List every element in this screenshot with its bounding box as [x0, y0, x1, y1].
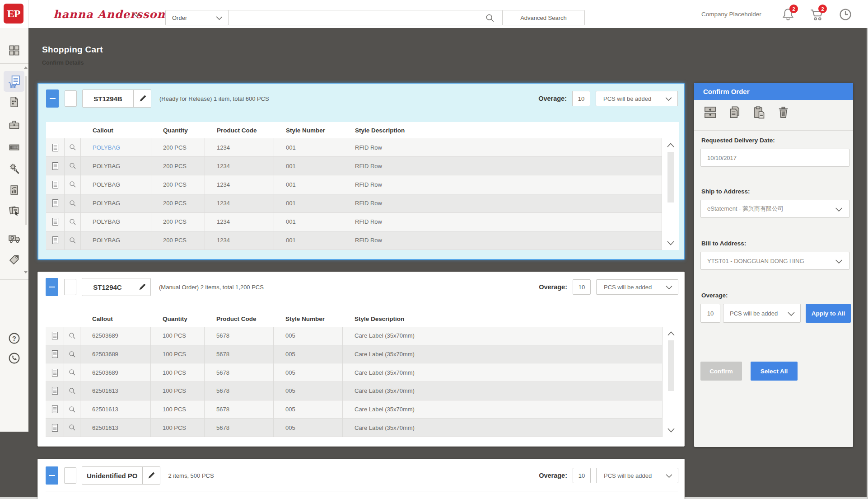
row-zoom-icon[interactable] — [64, 400, 80, 419]
po-status-text: 2 items, 500 PCS — [168, 472, 214, 479]
app-logo[interactable]: EP — [4, 4, 23, 24]
row-callout[interactable]: POLYBAG — [81, 213, 151, 231]
row-callout[interactable]: 62501613 — [80, 400, 151, 419]
overage-unit-select[interactable]: PCS will be added — [596, 91, 678, 106]
row-document-icon[interactable] — [46, 327, 64, 345]
overage-unit-select[interactable]: PCS will be added — [596, 468, 678, 483]
overage-input[interactable] — [573, 279, 591, 295]
row-zoom-icon[interactable] — [65, 138, 81, 156]
table-row: POLYBAG 200 PCS 1234 001 RFID Row — [46, 194, 662, 213]
sidebar-item-briefcase-icon[interactable] — [0, 118, 28, 131]
sidebar-scroll-up-arrow[interactable] — [24, 66, 28, 69]
sidebar-item-tags-icon[interactable] — [0, 253, 28, 266]
sidebar-scrollbar[interactable] — [25, 70, 27, 278]
row-document-icon[interactable] — [46, 345, 64, 363]
scroll-down-chevron-icon[interactable] — [667, 428, 675, 433]
row-zoom-icon[interactable] — [64, 382, 80, 400]
row-document-icon[interactable] — [46, 194, 65, 212]
panel-overage-unit-select[interactable]: PCS will be added — [723, 304, 801, 323]
row-callout[interactable]: 62503689 — [80, 363, 151, 381]
apply-to-all-button[interactable]: Apply to All — [806, 304, 851, 323]
merge-po-icon[interactable] — [703, 105, 717, 119]
row-callout[interactable]: 62501613 — [80, 419, 151, 437]
history-clock-icon[interactable] — [838, 7, 853, 22]
table-scrollbar[interactable] — [662, 327, 679, 437]
bill-to-select[interactable]: YTST01 - DONGGUAN DONG HING — [700, 252, 849, 270]
row-callout[interactable]: 62503689 — [80, 345, 151, 363]
row-callout[interactable]: POLYBAG — [81, 175, 151, 193]
sidebar-item-reports-icon[interactable] — [0, 184, 28, 196]
row-document-icon[interactable] — [46, 231, 65, 250]
sidebar-item-orders-document-icon[interactable] — [0, 96, 28, 108]
po-items-table: Callout Quantity Product Code Style Numb… — [46, 311, 679, 437]
row-document-icon[interactable] — [46, 213, 65, 231]
row-callout[interactable]: POLYBAG — [81, 194, 151, 212]
row-document-icon[interactable] — [46, 400, 64, 419]
edit-pencil-icon[interactable] — [133, 90, 151, 107]
row-document-icon[interactable] — [46, 363, 64, 381]
delivery-date-input[interactable] — [700, 149, 849, 167]
delete-trash-icon[interactable] — [776, 105, 790, 119]
help-icon[interactable]: ? — [0, 332, 28, 345]
sidebar-scrollbar-thumb[interactable] — [25, 76, 27, 225]
brand-logo[interactable]: hanna Andersson — [53, 0, 165, 28]
chevron-down-icon — [666, 474, 672, 478]
sidebar-item-quotes-icon[interactable] — [0, 205, 28, 217]
ship-to-select[interactable]: eStatement - 莞兴商有限公司 — [700, 200, 849, 218]
scroll-down-chevron-icon[interactable] — [667, 241, 674, 245]
row-callout[interactable]: POLYBAG — [81, 138, 151, 156]
row-document-icon[interactable] — [46, 138, 65, 156]
po-checkbox[interactable] — [65, 90, 77, 107]
collapse-minus-button[interactable] — [46, 466, 58, 485]
paste-icon[interactable] — [752, 105, 766, 119]
search-icon[interactable] — [485, 13, 495, 23]
overage-input[interactable] — [573, 468, 591, 483]
row-callout[interactable]: POLYBAG — [81, 157, 151, 175]
row-zoom-icon[interactable] — [65, 213, 81, 231]
sidebar-item-barcode-icon[interactable] — [0, 141, 28, 153]
table-scrollbar[interactable] — [662, 138, 679, 250]
advanced-search-button[interactable]: Advanced Search — [502, 10, 585, 25]
row-zoom-icon[interactable] — [64, 345, 80, 363]
collapse-minus-button[interactable] — [46, 89, 59, 108]
brand-chevron-down-icon[interactable] — [133, 13, 140, 17]
row-document-icon[interactable] — [46, 419, 64, 437]
select-all-button[interactable]: Select All — [751, 362, 798, 381]
search-category-select[interactable]: Order — [165, 10, 229, 25]
row-zoom-icon[interactable] — [65, 157, 81, 175]
apps-grid-icon[interactable] — [0, 44, 28, 56]
panel-overage-input[interactable] — [700, 304, 720, 323]
po-checkbox[interactable] — [64, 467, 76, 484]
search-input[interactable] — [229, 10, 502, 25]
scroll-up-chevron-icon[interactable] — [667, 143, 674, 147]
overage-unit-select[interactable]: PCS will be added — [596, 279, 678, 295]
row-zoom-icon[interactable] — [64, 327, 80, 345]
sidebar-scroll-down-arrow[interactable] — [24, 271, 28, 273]
row-document-icon[interactable] — [46, 382, 64, 400]
row-callout[interactable]: 62501613 — [80, 382, 151, 400]
overage-input[interactable] — [572, 91, 590, 106]
row-zoom-icon[interactable] — [65, 231, 81, 250]
edit-pencil-icon[interactable] — [133, 278, 150, 296]
po-checkbox[interactable] — [64, 279, 76, 295]
row-document-icon[interactable] — [46, 175, 65, 193]
scrollbar-thumb[interactable] — [667, 152, 674, 202]
sidebar-item-shipping-truck-icon[interactable] — [0, 231, 28, 245]
ship-to-label: Ship to Address: — [701, 188, 750, 195]
edit-pencil-icon[interactable] — [142, 467, 160, 484]
copy-icon[interactable] — [728, 105, 742, 119]
row-zoom-icon[interactable] — [64, 363, 80, 381]
row-document-icon[interactable] — [46, 157, 65, 175]
sidebar-item-shopping-cart-active[interactable] — [4, 71, 24, 92]
row-callout[interactable]: 62503689 — [80, 327, 151, 345]
collapse-minus-button[interactable] — [46, 278, 58, 296]
row-zoom-icon[interactable] — [64, 419, 80, 437]
phone-contact-icon[interactable] — [0, 352, 28, 365]
row-zoom-icon[interactable] — [65, 194, 81, 212]
scroll-up-chevron-icon[interactable] — [667, 331, 675, 336]
row-callout[interactable]: POLYBAG — [81, 231, 151, 250]
row-zoom-icon[interactable] — [65, 175, 81, 193]
confirm-button[interactable]: Confirm — [700, 362, 742, 381]
scrollbar-thumb[interactable] — [668, 340, 674, 391]
sidebar-item-settings-tools-icon[interactable] — [0, 162, 28, 175]
